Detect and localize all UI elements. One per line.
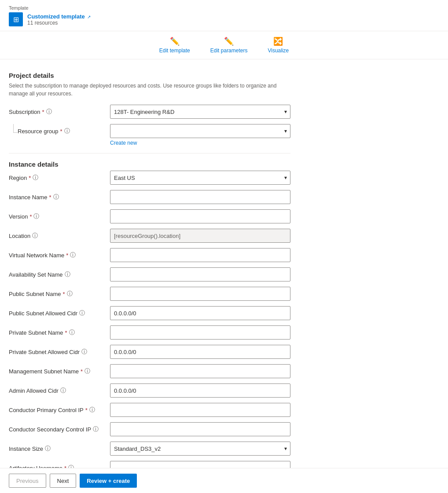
version-info-icon[interactable]: ⓘ xyxy=(33,212,39,220)
resource-group-info-icon[interactable]: ⓘ xyxy=(64,127,70,135)
admin-allowed-cidr-control xyxy=(110,383,290,398)
admin-allowed-cidr-info-icon[interactable]: ⓘ xyxy=(60,387,66,394)
private-subnet-name-info-icon[interactable]: ⓘ xyxy=(69,329,75,336)
public-subnet-allowed-cidr-label-text: Public Subnet Allowed Cidr xyxy=(9,310,77,317)
footer: Previous Next Review + create xyxy=(0,468,448,493)
next-button[interactable]: Next xyxy=(50,474,77,488)
version-input[interactable] xyxy=(110,209,290,223)
instance-name-info-icon[interactable]: ⓘ xyxy=(53,193,59,201)
create-new-link[interactable]: Create new xyxy=(110,140,137,146)
virtual-network-name-row: Virtual Network Name * ⓘ xyxy=(9,248,290,262)
location-input[interactable] xyxy=(110,229,290,243)
management-subnet-name-row: Management Subnet Name * ⓘ xyxy=(9,364,290,378)
virtual-network-name-input[interactable] xyxy=(110,248,290,262)
resource-group-select-wrapper: ▾ xyxy=(110,124,290,138)
management-subnet-name-input[interactable] xyxy=(110,364,290,378)
private-subnet-allowed-cidr-control xyxy=(110,345,290,359)
private-subnet-allowed-cidr-input[interactable] xyxy=(110,345,290,359)
region-select-wrapper: East US ▾ xyxy=(110,171,290,185)
instance-size-label-text: Instance Size xyxy=(9,446,43,452)
conductor-primary-control-ip-input[interactable] xyxy=(110,403,290,417)
availability-set-name-input[interactable] xyxy=(110,267,290,281)
conductor-primary-control-ip-info-icon[interactable]: ⓘ xyxy=(89,406,95,414)
subscription-select-wrapper: 128T- Engineering R&D ▾ xyxy=(110,105,290,119)
public-subnet-allowed-cidr-info-icon[interactable]: ⓘ xyxy=(79,309,85,317)
location-label-text: Location xyxy=(9,233,30,239)
region-required: * xyxy=(29,175,31,181)
availability-set-name-row: Availability Set Name ⓘ xyxy=(9,267,290,281)
location-info-icon[interactable]: ⓘ xyxy=(32,232,38,240)
subscription-info-icon[interactable]: ⓘ xyxy=(46,108,52,116)
template-label: Template xyxy=(9,5,439,11)
resource-group-required: * xyxy=(60,128,62,135)
project-details-desc: Select the subscription to manage deploy… xyxy=(9,82,290,98)
visualize-button[interactable]: 🔀 Visualize xyxy=(264,35,292,55)
template-info: Customized template ↗ 11 resources xyxy=(27,13,91,26)
instance-size-select[interactable]: Standard_DS3_v2 xyxy=(110,442,290,456)
region-label: Region * ⓘ xyxy=(9,174,110,182)
private-subnet-name-row: Private Subnet Name * ⓘ xyxy=(9,325,290,340)
virtual-network-name-control xyxy=(110,248,290,262)
private-subnet-allowed-cidr-info-icon[interactable]: ⓘ xyxy=(81,348,87,356)
section-divider-1 xyxy=(9,153,290,153)
resource-group-indent xyxy=(9,124,18,133)
region-info-icon[interactable]: ⓘ xyxy=(33,174,38,182)
previous-button[interactable]: Previous xyxy=(9,474,46,488)
version-label-text: Version xyxy=(9,213,28,220)
private-subnet-name-input[interactable] xyxy=(110,325,290,340)
instance-size-info-icon[interactable]: ⓘ xyxy=(45,445,51,453)
instance-name-input[interactable] xyxy=(110,190,290,204)
template-link[interactable]: Customized template xyxy=(27,13,85,20)
availability-set-name-label: Availability Set Name ⓘ xyxy=(9,270,110,278)
instance-size-row: Instance Size ⓘ Standard_DS3_v2 ▾ xyxy=(9,442,290,456)
indent-vertical xyxy=(13,124,14,133)
public-subnet-name-info-icon[interactable]: ⓘ xyxy=(67,290,73,298)
subscription-select[interactable]: 128T- Engineering R&D xyxy=(110,105,290,119)
template-grid-icon: ⊞ xyxy=(13,15,19,24)
management-subnet-name-info-icon[interactable]: ⓘ xyxy=(84,367,90,375)
region-select[interactable]: East US xyxy=(110,171,290,185)
external-link-icon: ↗ xyxy=(87,15,91,19)
admin-allowed-cidr-label: Admin Allowed Cidr ⓘ xyxy=(9,387,110,394)
public-subnet-allowed-cidr-input[interactable] xyxy=(110,306,290,320)
admin-allowed-cidr-input[interactable] xyxy=(110,383,290,398)
version-label: Version * ⓘ xyxy=(9,212,110,220)
review-create-button[interactable]: Review + create xyxy=(80,474,137,488)
conductor-secondary-control-ip-input[interactable] xyxy=(110,422,290,436)
location-row: Location ⓘ xyxy=(9,229,290,243)
instance-size-select-wrapper: Standard_DS3_v2 ▾ xyxy=(110,442,290,456)
resource-group-select[interactable] xyxy=(110,124,290,138)
conductor-secondary-control-ip-row: Conductor Secondary Control IP ⓘ xyxy=(9,422,290,436)
resource-group-row: Resource group * ⓘ ▾ Create new xyxy=(9,124,290,146)
virtual-network-name-required: * xyxy=(66,252,68,259)
instance-name-label-text: Instance Name xyxy=(9,194,47,201)
subscription-label: Subscription * ⓘ xyxy=(9,108,110,116)
location-label: Location ⓘ xyxy=(9,232,110,240)
admin-allowed-cidr-label-text: Admin Allowed Cidr xyxy=(9,387,59,394)
virtual-network-name-info-icon[interactable]: ⓘ xyxy=(70,251,76,259)
private-subnet-allowed-cidr-label: Private Subnet Allowed Cidr ⓘ xyxy=(9,348,110,356)
availability-set-name-info-icon[interactable]: ⓘ xyxy=(65,270,70,278)
public-subnet-allowed-cidr-label: Public Subnet Allowed Cidr ⓘ xyxy=(9,309,110,317)
resource-group-label-area: Resource group * ⓘ xyxy=(18,124,110,135)
edit-template-icon: ✏️ xyxy=(170,37,180,46)
version-row: Version * ⓘ xyxy=(9,209,290,223)
template-resources: 11 resources xyxy=(27,20,91,26)
public-subnet-name-input[interactable] xyxy=(110,287,290,301)
version-required: * xyxy=(29,213,32,220)
conductor-secondary-control-ip-info-icon[interactable]: ⓘ xyxy=(93,425,99,433)
conductor-secondary-control-ip-control xyxy=(110,422,290,436)
edit-parameters-button[interactable]: ✏️ Edit parameters xyxy=(207,35,251,55)
conductor-secondary-control-ip-label: Conductor Secondary Control IP ⓘ xyxy=(9,425,110,433)
conductor-primary-control-ip-label-text: Conductor Primary Control IP xyxy=(9,407,84,413)
public-subnet-allowed-cidr-row: Public Subnet Allowed Cidr ⓘ xyxy=(9,306,290,320)
instance-size-control: Standard_DS3_v2 ▾ xyxy=(110,442,290,456)
admin-allowed-cidr-row: Admin Allowed Cidr ⓘ xyxy=(9,383,290,398)
region-control: East US ▾ xyxy=(110,171,290,185)
subscription-required: * xyxy=(42,109,44,115)
edit-template-button[interactable]: ✏️ Edit template xyxy=(156,35,194,55)
management-subnet-name-label: Management Subnet Name * ⓘ xyxy=(9,367,110,375)
edit-template-label: Edit template xyxy=(159,47,190,54)
edit-parameters-icon: ✏️ xyxy=(224,37,234,46)
template-icon: ⊞ xyxy=(9,12,23,26)
